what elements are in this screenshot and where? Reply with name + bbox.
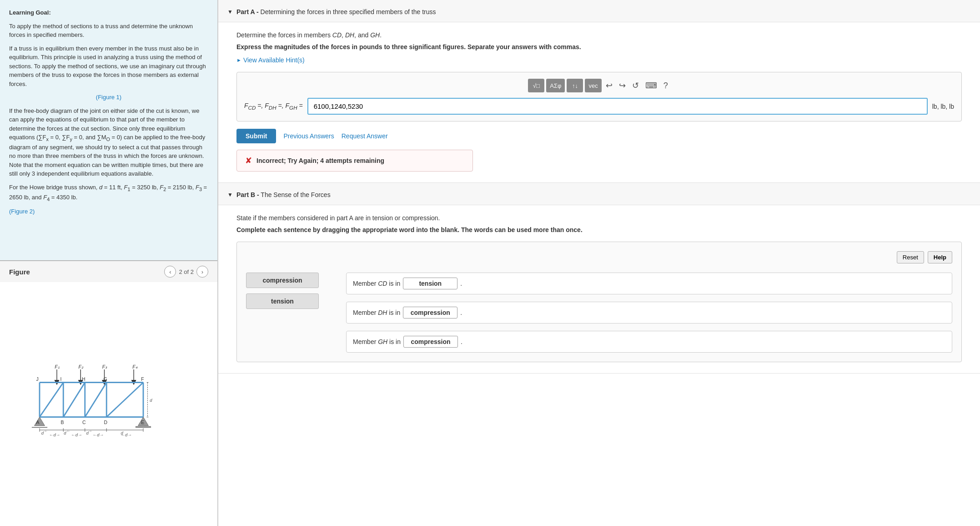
keyboard-btn[interactable]: ⌨ [643,79,659,92]
svg-text:F: F [141,377,144,382]
part-a-section: ▼ Part A - Determining the forces in thr… [218,0,980,183]
drag-words: compression tension [246,273,319,353]
learning-goal-title: Learning Goal: [9,8,208,17]
svg-text:E: E [141,420,144,425]
determine-text: Determine the forces in members CD, DH, … [236,31,962,39]
error-text: Incorrect; Try Again; 4 attempts remaini… [256,157,384,164]
sentence-cd-end: . [460,280,462,287]
svg-text:←d→: ←d→ [71,432,82,437]
svg-text:F₂: F₂ [79,364,84,369]
refresh-btn[interactable]: ↺ [630,79,641,92]
part-b-section: ▼ Part B - The Sense of the Forces State… [218,183,980,374]
figure-page: 2 of 2 [179,268,194,275]
error-icon: ✘ [245,156,252,166]
sqrt-btn[interactable]: √□ [528,79,544,92]
part-a-body: Determine the forces in members CD, DH, … [218,22,980,182]
partb-instruction: Complete each sentence by dragging the a… [236,226,962,233]
svg-text:←d→: ←d→ [121,432,132,437]
partb-describe: State if the members considered in part … [236,214,962,222]
figure-prev-btn[interactable]: ‹ [164,266,176,278]
drag-top-bar: Reset Help [246,251,952,263]
sentence-gh-end: . [461,338,462,345]
part-b-title: Part B - The Sense of the Forces [236,191,331,198]
svg-text:J: J [36,377,38,382]
svg-text:←: ← [66,429,70,433]
para1: If a truss is in equilibrium then every … [9,44,208,89]
svg-text:←: ← [89,429,93,433]
figure-header: Figure ‹ 2 of 2 › [0,261,217,282]
svg-text:A: A [36,420,39,425]
svg-text:B: B [61,420,64,425]
vec-btn[interactable]: vec [585,79,601,92]
express-text: Express the magnitudes of the forces in … [236,43,962,51]
reset-btn[interactable]: Reset [897,251,924,263]
drop-box-dh[interactable]: compression [403,307,457,319]
svg-text:F₃: F₃ [102,364,107,369]
sentence-row-gh: Member GH is in compression . [346,331,952,353]
error-box: ✘ Incorrect; Try Again; 4 attempts remai… [236,150,473,172]
svg-text:←d→: ←d→ [49,432,60,437]
sentence-row-dh: Member DH is in compression . [346,302,952,324]
figure2-link[interactable]: (Figure 2) [9,208,35,215]
truss-diagram: F₁ F₂ F₃ F₄ [13,361,204,447]
svg-text:←: ← [44,429,48,433]
drag-container: Reset Help compression tension Member CD… [236,242,962,362]
updown-btn[interactable]: ↑↓ [567,79,583,92]
sentence-list: Member CD is in tension . Member DH is i… [346,273,952,353]
help-icon-btn[interactable]: ? [661,79,670,92]
prev-answers-link[interactable]: Previous Answers [283,132,334,140]
sentence-cd-prefix: Member CD is in [353,280,400,287]
drop-box-cd[interactable]: tension [403,278,457,289]
hint-link[interactable]: ► View Available Hint(s) [236,56,305,64]
right-panel: ▼ Part A - Determining the forces in thr… [218,0,980,526]
answer-container: √□ AΣφ ↑↓ vec ↩ ↪ ↺ ⌨ ? FCD =, FDH =, FG… [236,72,962,121]
svg-text:←d→: ←d→ [93,432,104,437]
svg-line-15 [40,383,63,417]
sentence-dh-end: . [460,309,462,316]
left-content: Learning Goal: To apply the method of se… [0,0,217,260]
svg-text:d: d [150,398,152,403]
svg-line-16 [63,383,85,417]
part-b-header: ▼ Part B - The Sense of the Forces [218,183,980,205]
svg-line-18 [106,383,143,417]
equation-label: FCD =, FDH =, FGH = [244,102,303,111]
redo-btn[interactable]: ↪ [617,79,628,92]
part-a-arrow[interactable]: ▼ [227,9,233,15]
math-toolbar: √□ AΣφ ↑↓ vec ↩ ↪ ↺ ⌨ ? [244,79,954,92]
para2: If the free-body diagram of the joint on… [9,106,208,178]
undo-btn[interactable]: ↩ [603,79,615,92]
part-a-header: ▼ Part A - Determining the forces in thr… [218,0,980,22]
sentence-dh-prefix: Member DH is in [353,309,400,316]
drop-box-gh[interactable]: compression [403,336,458,348]
submit-row: Submit Previous Answers Request Answer [236,129,962,143]
learning-goal-text: To apply the method of sections to a tru… [9,22,208,40]
left-panel: Learning Goal: To apply the method of se… [0,0,218,526]
svg-text:F₄: F₄ [132,364,137,369]
figure-area: F₁ F₂ F₃ F₄ [0,282,217,526]
figure-nav: ‹ 2 of 2 › [164,266,208,278]
svg-text:F₁: F₁ [55,364,59,369]
help-btn[interactable]: Help [928,251,952,263]
drag-word-tension[interactable]: tension [246,293,319,309]
submit-btn[interactable]: Submit [236,129,276,143]
part-a-title: Part A - Determining the forces in three… [236,8,436,15]
sentence-row-cd: Member CD is in tension . [346,273,952,294]
answer-input[interactable] [307,98,928,115]
svg-text:G: G [104,377,107,382]
request-answer-link[interactable]: Request Answer [342,132,388,140]
part-b-body: State if the members considered in part … [218,205,980,373]
part-b-arrow[interactable]: ▼ [227,192,233,198]
para3: For the Howe bridge truss shown, d = 11 … [9,183,208,203]
svg-text:D: D [104,420,108,425]
svg-text:I: I [60,377,62,382]
figure-next-btn[interactable]: › [196,266,208,278]
figure1-link[interactable]: (Figure 1) [96,94,121,101]
unit-label: lb, lb, lb [932,103,954,110]
drag-layout: compression tension Member CD is in tens… [246,273,952,353]
drag-word-compression[interactable]: compression [246,273,319,288]
answer-row: FCD =, FDH =, FGH = lb, lb, lb [244,98,954,115]
sigma-btn[interactable]: AΣφ [546,79,565,92]
hint-arrow-icon: ► [236,57,241,63]
svg-text:C: C [82,420,86,425]
svg-text:H: H [82,377,85,382]
